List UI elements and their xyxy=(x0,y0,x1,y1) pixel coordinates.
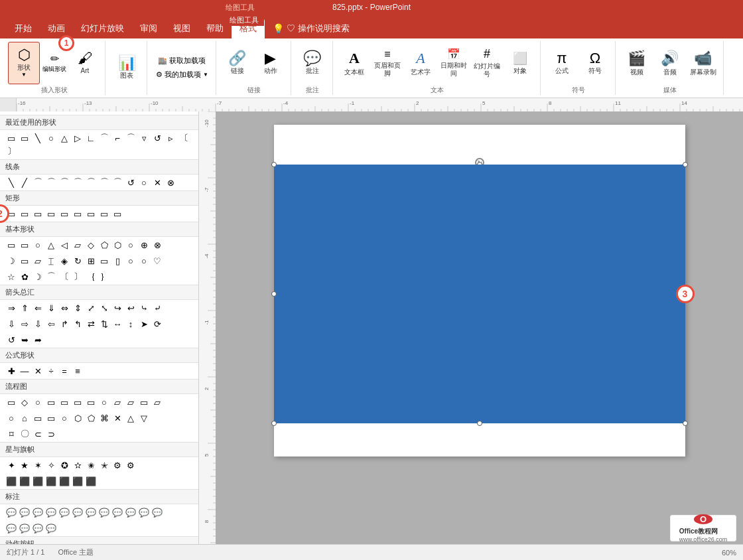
basic-pin[interactable]: ◈ xyxy=(58,255,70,267)
handle-bottom-right[interactable] xyxy=(683,421,688,426)
basic-bracketr[interactable]: 〕 xyxy=(72,271,84,283)
callout-6[interactable]: 💬 xyxy=(125,506,137,518)
rect-double-snip[interactable]: ▭ xyxy=(111,208,123,220)
basic-circle2[interactable]: ○ xyxy=(138,255,150,267)
shape-rect[interactable]: ▭ xyxy=(5,132,17,144)
wordart-button[interactable]: A 艺术字 xyxy=(405,42,437,84)
rect-round-snip[interactable]: ▭ xyxy=(85,208,97,220)
line-curve4[interactable]: ⌒ xyxy=(72,176,84,188)
line-curve2[interactable]: ⌒ xyxy=(45,176,57,188)
arrow-curved-u[interactable]: ⟳ xyxy=(151,318,163,330)
shape-rotate[interactable]: ↺ xyxy=(151,132,163,144)
basic-plus[interactable]: ⊕ xyxy=(138,239,150,251)
arrow-bent-l[interactable]: ↩ xyxy=(125,302,137,314)
callout-2[interactable]: 💬 xyxy=(72,506,84,518)
star-5[interactable]: ★ xyxy=(19,459,31,471)
flow-document[interactable]: ▭ xyxy=(85,396,97,408)
flow-alternate[interactable]: ▭ xyxy=(45,412,57,424)
star-24[interactable]: ⚙ xyxy=(111,459,123,471)
textbox-button[interactable]: A 文本框 xyxy=(338,42,370,84)
arrow-chevron3[interactable]: ⇩ xyxy=(32,318,44,330)
arrow-notch2[interactable]: ➦ xyxy=(32,334,44,346)
blue-rectangle[interactable]: 3 xyxy=(274,165,685,423)
datetime-button[interactable]: 📅 日期和时间 xyxy=(438,42,470,84)
shape-line[interactable]: ╲ xyxy=(32,132,44,144)
handle-mid-left[interactable] xyxy=(271,291,277,297)
arrow-bent-r[interactable]: ↪ xyxy=(111,302,123,314)
flow-preparation[interactable]: ⌑ xyxy=(5,428,17,440)
callout-cloud[interactable]: 💬 xyxy=(45,506,57,518)
handle-top-right[interactable] xyxy=(683,162,688,167)
star-32[interactable]: ⚙ xyxy=(125,459,137,471)
art-button[interactable]: 🖌 Art xyxy=(69,42,101,84)
line-circle[interactable]: ○ xyxy=(138,176,150,188)
shape-bracket-r[interactable]: 〕 xyxy=(5,145,17,157)
basic-para2[interactable]: ▱ xyxy=(32,255,44,267)
flow-collate[interactable]: ⊂ xyxy=(32,428,44,440)
basic-bracer[interactable]: ｝ xyxy=(98,271,110,283)
callout-10[interactable]: 💬 xyxy=(19,522,31,534)
flow-disk[interactable]: ○ xyxy=(5,412,17,424)
basic-frame[interactable]: ▭ xyxy=(19,255,31,267)
star-12[interactable]: ✬ xyxy=(85,459,97,471)
tab-view[interactable]: 视图 xyxy=(165,19,198,38)
basic-rotate[interactable]: ↻ xyxy=(72,255,84,267)
flow-manual[interactable]: △ xyxy=(125,412,137,424)
rect-snip2[interactable]: ▭ xyxy=(45,208,57,220)
line-scribble[interactable]: ⌒ xyxy=(98,176,110,188)
basic-cylinder[interactable]: ▭ xyxy=(98,255,110,267)
callout-11[interactable]: 💬 xyxy=(32,522,44,534)
banner-wave[interactable]: ⬛ xyxy=(58,475,70,487)
flow-data[interactable]: ▱ xyxy=(111,396,123,408)
handle-bottom-left[interactable] xyxy=(271,421,277,426)
flow-connector2[interactable]: ○ xyxy=(58,412,70,424)
header-footer-button[interactable]: ≡ 页眉和页脚 xyxy=(372,42,403,84)
banner-ribbon2[interactable]: ⬛ xyxy=(19,475,31,487)
link-button[interactable]: 🔗 链接 xyxy=(222,42,253,84)
eq-minus[interactable]: — xyxy=(19,365,31,377)
arrow-swap-v[interactable]: ⇅ xyxy=(98,318,110,330)
flow-merge[interactable]: ⬠ xyxy=(85,412,97,424)
shapes-button[interactable]: ⬡ 形状 ▼ xyxy=(8,42,40,84)
comment-button[interactable]: 💬 批注 xyxy=(297,42,328,84)
basic-rect2[interactable]: ▭ xyxy=(19,239,31,251)
basic-rect[interactable]: ▭ xyxy=(5,239,17,251)
flow-connector[interactable]: ▭ xyxy=(45,396,57,408)
basic-moon[interactable]: ☽ xyxy=(5,255,17,267)
tab-review[interactable]: 审阅 xyxy=(132,19,165,38)
rect-snip3[interactable]: ▭ xyxy=(58,208,70,220)
basic-pentagon[interactable]: ⬠ xyxy=(98,239,110,251)
flow-sequential[interactable]: ▱ xyxy=(151,396,163,408)
object-button[interactable]: ⬜ 对象 xyxy=(504,42,536,84)
flow-manual2[interactable]: ▽ xyxy=(138,412,150,424)
basic-hept[interactable]: ○ xyxy=(125,239,137,251)
shape-circle[interactable]: ○ xyxy=(45,132,57,144)
screenrecord-button[interactable]: 📹 屏幕录制 xyxy=(687,42,719,84)
basic-rtri[interactable]: ◁ xyxy=(58,239,70,251)
rect-diagonal[interactable]: ▭ xyxy=(98,208,110,220)
flow-subroutine[interactable]: ▭ xyxy=(72,396,84,408)
basic-crescent[interactable]: ☽ xyxy=(32,271,44,283)
my-addin-button[interactable]: ⚙ 我的加载项 ▼ xyxy=(153,68,212,81)
flow-sort[interactable]: ⊃ xyxy=(45,428,57,440)
callout-9[interactable]: 💬 xyxy=(5,522,17,534)
basic-xo[interactable]: ⊗ xyxy=(151,239,163,251)
star-16[interactable]: ✭ xyxy=(98,459,110,471)
arrow-lr[interactable]: ⇔ xyxy=(58,302,70,314)
tab-slideshow[interactable]: 幻灯片放映 xyxy=(73,19,132,38)
flow-multidoc[interactable]: ○ xyxy=(98,396,110,408)
shape-bracket-l[interactable]: 〔 xyxy=(178,132,190,144)
flow-punched-card[interactable]: ▭ xyxy=(58,396,70,408)
arrow-curved-r[interactable]: ↔ xyxy=(111,318,123,330)
flow-delay[interactable]: ▭ xyxy=(32,412,44,424)
basic-oval2[interactable]: ○ xyxy=(125,255,137,267)
arrow-swap-h[interactable]: ⇄ xyxy=(85,318,97,330)
tab-home[interactable]: 开始 xyxy=(7,19,40,38)
rect-snip4[interactable]: ▭ xyxy=(72,208,84,220)
arrow-chevron2[interactable]: ⇨ xyxy=(19,318,31,330)
basic-block[interactable]: ⊞ xyxy=(85,255,97,267)
formula-button[interactable]: π 公式 xyxy=(546,42,578,84)
shape-callout[interactable]: ▿ xyxy=(138,132,150,144)
basic-diamond[interactable]: ◇ xyxy=(85,239,97,251)
arrow-chevron[interactable]: ⇩ xyxy=(5,318,17,330)
